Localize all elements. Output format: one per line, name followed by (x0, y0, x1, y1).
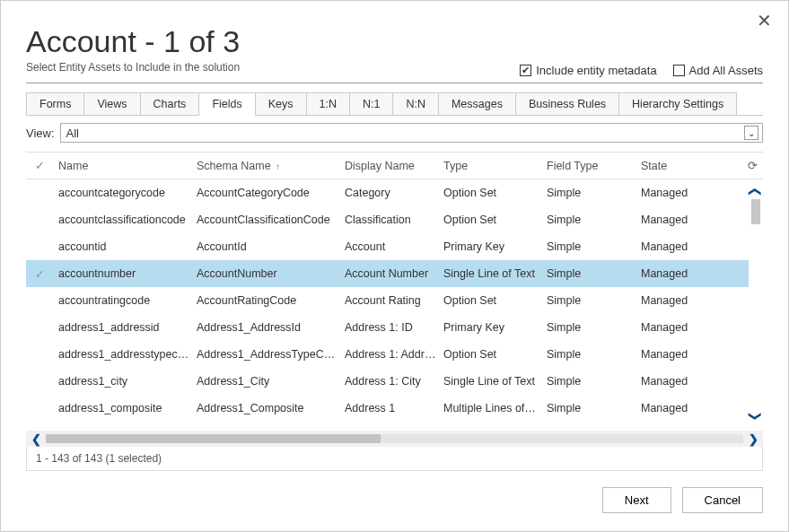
tab-business-rules[interactable]: Business Rules (515, 92, 619, 116)
cell-field-type: Simple (547, 240, 641, 253)
view-label: View: (26, 126, 55, 140)
view-dropdown[interactable]: All ⌄ (60, 123, 763, 143)
table-row[interactable]: accountcategorycodeAccountCategoryCodeCa… (26, 179, 749, 206)
cell-state: Managed (641, 240, 722, 253)
cell-field-type: Simple (547, 375, 641, 388)
cell-field-type: Simple (547, 187, 641, 199)
cell-type: Primary Key (443, 321, 547, 334)
column-header-display[interactable]: Display Name (345, 160, 443, 172)
next-button[interactable]: Next (602, 487, 671, 513)
cell-schema: AccountCategoryCode (197, 187, 345, 199)
cell-type: Single Line of Text (443, 375, 547, 388)
cell-field-type: Simple (547, 321, 641, 334)
cell-display: Address 1 (345, 402, 443, 414)
dialog-footer: Next Cancel (26, 487, 763, 513)
cell-state: Managed (641, 321, 722, 334)
cell-schema: AccountNumber (197, 267, 345, 280)
cell-state: Managed (641, 214, 722, 226)
cell-display: Account Rating (345, 294, 443, 307)
cell-state: Managed (641, 187, 722, 199)
table-row[interactable]: accountidAccountIdAccountPrimary KeySimp… (26, 233, 749, 260)
cell-type: Single Line of Text (443, 267, 547, 280)
view-selector-row: View: All ⌄ (26, 123, 763, 143)
tab-views[interactable]: Views (83, 92, 140, 116)
solution-assets-dialog: ✕ Account - 1 of 3 Select Entity Assets … (0, 0, 789, 532)
scroll-left-icon[interactable]: ❮ (26, 432, 46, 446)
cell-state: Managed (641, 375, 722, 388)
cell-name: address1_addresstypecode (53, 348, 197, 361)
refresh-icon[interactable]: ⟳ (722, 159, 763, 172)
cell-type: Option Set (443, 214, 547, 226)
tab-forms[interactable]: Forms (26, 92, 84, 116)
tab-charts[interactable]: Charts (140, 92, 200, 116)
scroll-down-icon[interactable]: ❯ (749, 411, 763, 422)
fields-grid: ✓ Name Schema Name ↑ Display Name Type F… (26, 152, 763, 471)
add-all-assets-checkbox[interactable]: Add All Assets (673, 64, 763, 77)
checkbox-checked-icon: ✔ (520, 65, 531, 76)
column-header-schema-label: Schema Name (197, 160, 271, 172)
column-header-field-type[interactable]: Field Type (547, 160, 641, 172)
horizontal-scrollbar[interactable]: ❮ ❯ (26, 431, 763, 447)
checkbox-label: Add All Assets (689, 64, 763, 77)
close-icon[interactable]: ✕ (757, 12, 772, 30)
cell-field-type: Simple (547, 214, 641, 226)
cell-display: Address 1: Addr… (345, 348, 443, 361)
cell-display: Classification (345, 214, 443, 226)
cell-field-type: Simple (547, 267, 641, 280)
scroll-up-icon[interactable]: ❮ (749, 187, 763, 197)
include-entity-metadata-checkbox[interactable]: ✔ Include entity metadata (520, 64, 656, 77)
cell-display: Address 1: ID (345, 321, 443, 334)
table-row[interactable]: address1_cityAddress1_CityAddress 1: Cit… (26, 368, 749, 395)
page-title: Account - 1 of 3 (26, 24, 240, 59)
cell-display: Address 1: City (345, 375, 443, 388)
cell-schema: Address1_Composite (197, 402, 345, 414)
column-header-state[interactable]: State (641, 160, 722, 172)
table-row[interactable]: address1_addresstypecodeAddress1_Address… (26, 341, 749, 368)
scroll-right-icon[interactable]: ❯ (743, 432, 763, 446)
tab-hierarchy-settings[interactable]: Hierarchy Settings (618, 92, 737, 116)
table-row[interactable]: address1_addressidAddress1_AddressIdAddr… (26, 314, 749, 341)
cell-schema: AccountId (197, 240, 345, 253)
tab-fields[interactable]: Fields (198, 92, 255, 116)
scrollbar-thumb[interactable] (751, 199, 760, 224)
table-row[interactable]: accountclassificationcodeAccountClassifi… (26, 206, 749, 233)
table-row[interactable]: ✓accountnumberAccountNumberAccount Numbe… (26, 260, 749, 287)
checkbox-unchecked-icon (673, 65, 685, 76)
row-checkbox[interactable]: ✓ (26, 267, 53, 281)
tab-messages[interactable]: Messages (438, 92, 516, 116)
table-row[interactable]: address1_compositeAddress1_CompositeAddr… (26, 395, 749, 422)
hscroll-track[interactable] (46, 434, 743, 443)
column-header-schema[interactable]: Schema Name ↑ (197, 160, 345, 172)
grid-status: 1 - 143 of 143 (1 selected) (26, 447, 763, 471)
cell-state: Managed (641, 402, 722, 414)
tab-keys[interactable]: Keys (255, 92, 307, 116)
column-header-name[interactable]: Name (53, 160, 197, 172)
cell-state: Managed (641, 348, 722, 361)
cell-display: Account (345, 240, 443, 253)
cell-type: Option Set (443, 294, 547, 307)
cell-display: Category (345, 187, 443, 199)
table-row[interactable]: accountratingcodeAccountRatingCodeAccoun… (26, 287, 749, 314)
tab-n-n[interactable]: N:N (392, 92, 439, 116)
page-subtitle: Select Entity Assets to Include in the s… (26, 61, 240, 74)
cell-name: address1_addressid (53, 321, 197, 334)
cell-name: address1_composite (53, 402, 197, 414)
cell-type: Primary Key (443, 240, 547, 253)
cell-display: Account Number (345, 267, 443, 280)
grid-body: accountcategorycodeAccountCategoryCodeCa… (26, 179, 763, 429)
cell-schema: AccountClassificationCode (197, 214, 345, 226)
column-header-type[interactable]: Type (443, 160, 547, 172)
tab-1-n[interactable]: 1:N (306, 92, 350, 116)
vertical-scrollbar[interactable]: ❮ ❯ (749, 179, 763, 429)
cell-name: accountratingcode (53, 294, 197, 307)
hscroll-thumb[interactable] (46, 434, 381, 443)
cell-state: Managed (641, 267, 722, 280)
cell-schema: Address1_AddressTypeCode (197, 348, 345, 361)
checkbox-label: Include entity metadata (536, 64, 656, 77)
tab-n-1[interactable]: N:1 (349, 92, 393, 116)
cell-field-type: Simple (547, 348, 641, 361)
cancel-button[interactable]: Cancel (682, 487, 763, 513)
select-all-checkbox[interactable]: ✓ (26, 159, 53, 172)
cell-state: Managed (641, 294, 722, 307)
cell-schema: AccountRatingCode (197, 294, 345, 307)
